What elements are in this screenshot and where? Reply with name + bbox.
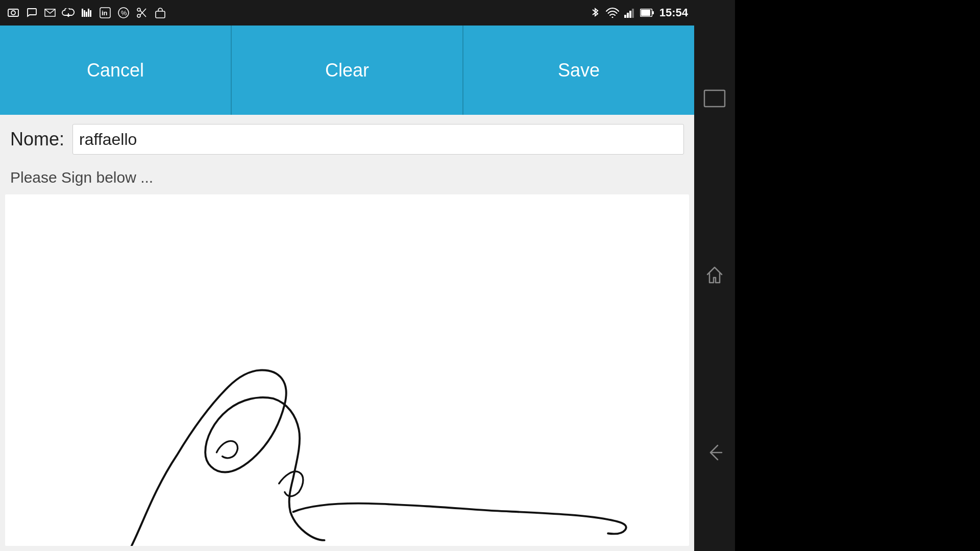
- svg-rect-23: [652, 11, 654, 14]
- gmail-status-icon: [43, 6, 57, 20]
- status-bar-right: 15:54: [588, 6, 688, 20]
- linkedin-status-icon: in: [98, 6, 112, 20]
- nome-input[interactable]: [72, 124, 684, 155]
- bag-status-icon: [153, 6, 167, 20]
- navigation-bar: [694, 0, 735, 551]
- battery-icon: [640, 6, 654, 20]
- svg-rect-3: [84, 10, 85, 17]
- back-nav-icon[interactable]: [701, 438, 729, 466]
- cancel-button[interactable]: Cancel: [0, 26, 232, 115]
- svg-rect-20: [632, 9, 634, 18]
- clear-button[interactable]: Clear: [232, 26, 463, 115]
- bluetooth-icon: [588, 6, 602, 20]
- svg-text:in: in: [102, 9, 108, 17]
- toolbar: Cancel Clear Save: [0, 26, 694, 115]
- recents-nav-icon[interactable]: [701, 85, 729, 113]
- status-time: 15:54: [659, 6, 688, 19]
- svg-rect-5: [88, 9, 89, 17]
- svg-rect-2: [82, 9, 83, 17]
- svg-rect-15: [156, 11, 165, 18]
- chat-status-icon: [24, 6, 39, 20]
- signature-canvas[interactable]: [5, 194, 689, 546]
- status-bar: in %: [0, 0, 694, 26]
- wifi-icon: [605, 6, 620, 20]
- sign-below-text: Please Sign below ...: [0, 164, 694, 194]
- photo-status-icon: [6, 6, 20, 20]
- svg-rect-22: [641, 10, 650, 16]
- svg-rect-18: [627, 13, 629, 18]
- cloud-status-icon: [61, 6, 76, 20]
- svg-point-1: [11, 11, 15, 15]
- signature-svg: [5, 194, 689, 546]
- svg-rect-4: [86, 12, 87, 17]
- content-area: Nome: Please Sign below ...: [0, 115, 694, 551]
- svg-rect-19: [629, 11, 631, 18]
- svg-rect-17: [624, 15, 626, 18]
- quotient-status-icon: %: [116, 6, 131, 20]
- nome-row: Nome:: [0, 115, 694, 164]
- nome-label: Nome:: [10, 129, 64, 150]
- svg-rect-24: [704, 90, 725, 107]
- home-nav-icon[interactable]: [701, 261, 729, 289]
- scissors-status-icon: [135, 6, 149, 20]
- bars-status-icon: [80, 6, 94, 20]
- save-button[interactable]: Save: [463, 26, 694, 115]
- svg-text:%: %: [121, 9, 127, 17]
- status-icons-left: in %: [6, 6, 167, 20]
- svg-rect-6: [90, 10, 91, 17]
- svg-point-16: [611, 17, 613, 18]
- signal-icon: [623, 6, 637, 20]
